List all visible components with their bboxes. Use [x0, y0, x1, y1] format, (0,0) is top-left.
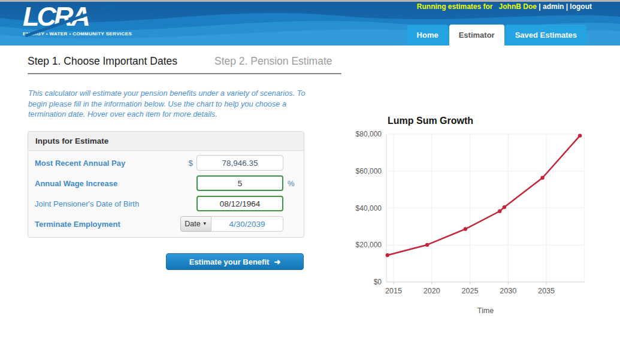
wage-increase-label: Annual Wage Increase — [35, 179, 180, 188]
main-nav-tabs: Home Estimator Saved Estimates — [407, 25, 586, 46]
lcra-logo: LCRA ENERGY • WATER • COMMUNITY SERVICES — [23, 3, 131, 37]
dollar-sign: $ — [180, 159, 193, 168]
status-prefix: Running estimates for — [417, 2, 493, 11]
app-header: LCRA ENERGY • WATER • COMMUNITY SERVICES… — [0, 0, 620, 46]
joint-dob-label: Joint Pensioner's Date of Birth — [35, 199, 180, 208]
annual-pay-input[interactable] — [196, 155, 283, 171]
logout-link[interactable]: logout — [570, 2, 592, 11]
field-row-annual-pay: Most Recent Annual Pay $ — [28, 153, 304, 173]
intro-text: This calculator will estimate your pensi… — [28, 88, 311, 120]
right-arrow-icon: ➜ — [274, 257, 280, 266]
field-row-terminate-employment: Terminate Employment Date▼ — [28, 214, 304, 234]
step2-heading: Step 2. Pension Estimate — [214, 55, 332, 67]
svg-text:$40,000: $40,000 — [356, 204, 382, 213]
inputs-panel-title: Inputs for Estimate — [28, 132, 304, 151]
svg-text:2025: 2025 — [462, 287, 479, 295]
date-mode-dropdown[interactable]: Date▼ — [180, 216, 211, 232]
joint-dob-input[interactable] — [196, 196, 283, 211]
inputs-panel: Inputs for Estimate Most Recent Annual P… — [28, 131, 304, 238]
caret-down-icon: ▼ — [202, 221, 207, 226]
svg-text:2030: 2030 — [500, 287, 516, 295]
step1-heading: Step 1. Choose Important Dates — [28, 55, 177, 67]
admin-link[interactable]: admin — [543, 2, 564, 11]
step-nav: Step 1. Choose Important DatesStep 2. Pe… — [28, 55, 341, 74]
pension-estimator-page: LCRA ENERGY • WATER • COMMUNITY SERVICES… — [0, 0, 620, 364]
svg-text:$60,000: $60,000 — [356, 167, 382, 175]
estimate-benefit-label: Estimate your Benefit — [189, 257, 270, 266]
annual-pay-label: Most Recent Annual Pay — [35, 159, 180, 168]
user-status-bar: Running estimates for JohnB Doe | admin … — [417, 2, 592, 11]
termination-date-input[interactable] — [211, 216, 283, 232]
lump-sum-chart: $0$20,000$40,000$60,000$80,0002015202020… — [353, 108, 620, 317]
tab-home[interactable]: Home — [407, 25, 448, 46]
tab-saved-estimates[interactable]: Saved Estimates — [506, 25, 586, 46]
field-row-wage-increase: Annual Wage Increase % — [28, 173, 304, 193]
field-row-joint-dob: Joint Pensioner's Date of Birth — [28, 193, 304, 214]
estimate-benefit-button[interactable]: Estimate your Benefit➜ — [166, 253, 304, 270]
svg-text:2015: 2015 — [385, 287, 402, 295]
wage-increase-input[interactable] — [196, 175, 283, 191]
svg-text:$80,000: $80,000 — [356, 130, 382, 138]
status-username: JohnB Doe — [499, 2, 537, 11]
percent-sign: % — [288, 179, 297, 188]
svg-text:2020: 2020 — [424, 287, 440, 295]
svg-text:$20,000: $20,000 — [356, 241, 382, 249]
svg-text:2035: 2035 — [538, 287, 555, 295]
top-border-strip — [0, 0, 620, 2]
svg-text:Time: Time — [477, 307, 494, 315]
svg-text:$0: $0 — [374, 278, 382, 286]
svg-text:Lump Sum Growth: Lump Sum Growth — [388, 116, 473, 126]
lump-sum-chart-svg: $0$20,000$40,000$60,000$80,0002015202020… — [353, 108, 620, 317]
terminate-employment-label: Terminate Employment — [35, 220, 180, 229]
tab-estimator[interactable]: Estimator — [449, 25, 504, 46]
